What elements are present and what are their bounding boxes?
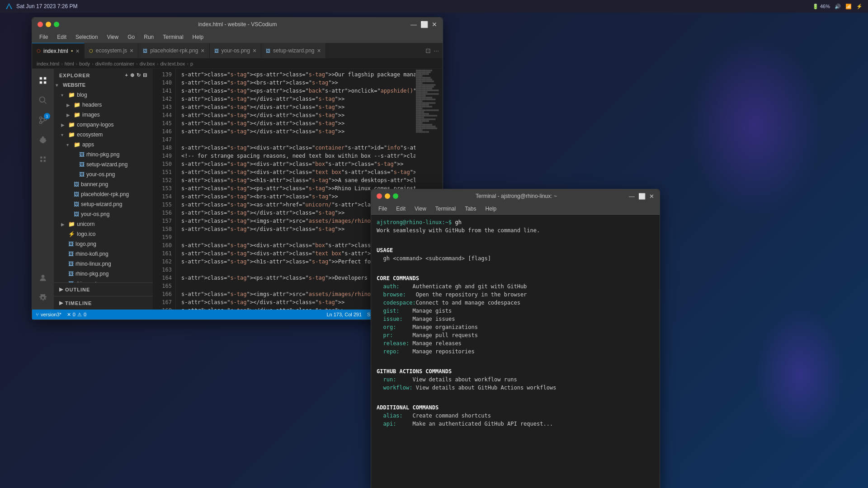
- terminal-close-button[interactable]: [377, 193, 382, 199]
- menu-terminal[interactable]: Terminal: [159, 33, 187, 41]
- file-rhino-pkg-png-1[interactable]: 🖼 rhino-pkg.png: [54, 150, 153, 160]
- statusbar-branch[interactable]: ⑂ version3*: [36, 312, 61, 317]
- your-os-label-2: your-os.png: [81, 211, 153, 217]
- term-menu-view[interactable]: View: [411, 205, 430, 213]
- account-activity-icon[interactable]: [35, 270, 51, 286]
- tab-close-placeholder[interactable]: ×: [201, 47, 204, 54]
- restore-icon[interactable]: ⬜: [420, 21, 428, 28]
- new-folder-icon[interactable]: ⊕: [130, 72, 135, 78]
- breadcrumb-item-1[interactable]: index.html: [37, 61, 59, 66]
- folder-unicorn[interactable]: ▶ 📁 unicorn: [54, 219, 153, 229]
- folder-apps[interactable]: ▾ 📁 apps: [54, 140, 153, 150]
- refresh-icon[interactable]: ↻: [137, 72, 141, 78]
- cursor-position[interactable]: Ln 173, Col 291: [326, 312, 362, 317]
- timeline-header[interactable]: ▶ TIMELINE: [54, 298, 153, 308]
- file-logo-ico[interactable]: ⚡ logo.ico: [54, 229, 153, 239]
- term-cmd-label: auth:: [377, 283, 400, 290]
- file-banner-png[interactable]: 🖼 banner.png: [54, 179, 153, 189]
- tab-close-ecosystem[interactable]: ×: [130, 47, 133, 54]
- vscode-tabs: ⬡ index.html ● × ⬡ ecosystem.js × 🖼 plac…: [32, 43, 443, 59]
- breadcrumb-item-4[interactable]: div#info.container: [95, 61, 134, 66]
- img-file-icon-3: 🖼: [266, 48, 270, 53]
- more-tabs-icon[interactable]: ···: [434, 47, 439, 54]
- split-editor-icon[interactable]: ⊡: [425, 47, 431, 54]
- terminal-minimize-button[interactable]: [385, 193, 390, 199]
- folder-blog[interactable]: ▾ 📁 blog: [54, 90, 153, 100]
- breadcrumb-item-3[interactable]: body: [79, 61, 90, 66]
- warning-icon: ⚠: [77, 312, 82, 318]
- breadcrumb-item-5[interactable]: div.box: [140, 61, 155, 66]
- code-line-142: s-attr">class="s-tag"></divs-attr">class…: [181, 95, 415, 103]
- menu-selection[interactable]: Selection: [72, 33, 101, 41]
- term-menu-terminal[interactable]: Terminal: [432, 205, 459, 213]
- file-setup-wizard-png-2[interactable]: 🖼 setup-wizard.png: [54, 199, 153, 209]
- code-line-143: s-attr">class="s-tag"></divs-attr">class…: [181, 103, 415, 111]
- collapse-icon[interactable]: ⊟: [143, 72, 147, 78]
- menu-run[interactable]: Run: [140, 33, 157, 41]
- file-rhino-pkg-png-2[interactable]: 🖼 rhino-pkg.png: [54, 269, 153, 279]
- settings-activity-icon[interactable]: [35, 290, 51, 306]
- file-logo-png[interactable]: 🖼 logo.png: [54, 239, 153, 249]
- git-activity-icon[interactable]: 1: [35, 112, 51, 128]
- file-rhino-linux-png[interactable]: 🖼 rhino-linux.png: [54, 259, 153, 269]
- terminal-line: org: Manage organizations: [377, 323, 654, 331]
- tab-close-index[interactable]: ×: [76, 47, 80, 55]
- terminal-restore-icon[interactable]: ⬜: [638, 193, 646, 200]
- folder-ecosystem[interactable]: ▾ 📁 ecosystem: [54, 130, 153, 140]
- tab-setup-wizard[interactable]: 🖼 setup-wizard.png ×: [261, 43, 326, 58]
- term-cmd-desc: Connect to and manage codespaces: [416, 300, 520, 306]
- breadcrumb-item-7[interactable]: p: [190, 61, 193, 66]
- new-file-icon[interactable]: +: [125, 72, 128, 78]
- folder-company-logos[interactable]: ▶ 📁 company-logos: [54, 120, 153, 130]
- minimize-button[interactable]: [46, 22, 51, 27]
- tab-close-setup-wizard[interactable]: ×: [317, 47, 321, 54]
- img-file-icon-logo: 🖼: [68, 241, 74, 247]
- code-line-147: [181, 136, 415, 144]
- tab-your-os[interactable]: 🖼 your-os.png ×: [210, 43, 262, 58]
- file-your-os-png-2[interactable]: 🖼 your-os.png: [54, 209, 153, 219]
- terminal-close-icon[interactable]: ✕: [649, 193, 654, 200]
- terminal-line: CORE COMMANDS: [377, 274, 654, 282]
- file-your-os-png-1[interactable]: 🖼 your-os.png: [54, 169, 153, 179]
- explorer-activity-icon[interactable]: [35, 72, 51, 89]
- tab-ecosystem-js[interactable]: ⬡ ecosystem.js ×: [85, 43, 139, 58]
- code-line-151: s-attr">class="s-tag"><div s-attr">class…: [181, 168, 415, 176]
- term-menu-file[interactable]: File: [375, 205, 391, 213]
- rhino-linux-label: rhino-linux.png: [75, 261, 153, 267]
- maximize-button[interactable]: [54, 22, 59, 27]
- close-icon[interactable]: ✕: [432, 21, 437, 28]
- tab-close-your-os[interactable]: ×: [253, 47, 256, 54]
- debug-activity-icon[interactable]: [35, 132, 51, 148]
- file-placeholder-rpk-png[interactable]: 🖼 placeholder-rpk.png: [54, 189, 153, 199]
- menu-go[interactable]: Go: [124, 33, 138, 41]
- menu-file[interactable]: File: [36, 33, 52, 41]
- folder-headers[interactable]: ▶ 📁 headers: [54, 100, 153, 110]
- breadcrumb-item-6[interactable]: div.text.box: [160, 61, 185, 66]
- file-setup-wizard-png-1[interactable]: 🖼 setup-wizard.png: [54, 160, 153, 169]
- term-menu-help[interactable]: Help: [482, 205, 500, 213]
- menu-help[interactable]: Help: [189, 33, 208, 41]
- statusbar-errors[interactable]: ✕ 0 ⚠ 0: [67, 312, 86, 318]
- tab-placeholder[interactable]: 🖼 placeholder-rpk.png ×: [138, 43, 209, 58]
- search-activity-icon[interactable]: [35, 92, 51, 108]
- img-file-icon-ph: 🖼: [74, 191, 79, 197]
- close-button[interactable]: [38, 22, 43, 27]
- workspace-header[interactable]: ▾ WEBSITE: [54, 80, 153, 90]
- term-menu-edit[interactable]: Edit: [392, 205, 409, 213]
- menu-view[interactable]: View: [103, 33, 122, 41]
- menu-edit[interactable]: Edit: [53, 33, 70, 41]
- terminal-content[interactable]: ajstrong@rhino-linux:~$ ghWork seamlessl…: [371, 215, 660, 488]
- breadcrumb-item-2[interactable]: html: [65, 61, 74, 66]
- tab-index-html[interactable]: ⬡ index.html ● ×: [32, 43, 85, 58]
- term-menu-tabs[interactable]: Tabs: [461, 205, 480, 213]
- terminal-minimize-icon[interactable]: —: [629, 193, 635, 200]
- file-rhino-kofi-png[interactable]: 🖼 rhino-kofi.png: [54, 249, 153, 259]
- outline-header[interactable]: ▶ OUTLINE: [54, 285, 153, 294]
- file-rhino-setup-png[interactable]: 🖼 rhino-setup.png: [54, 279, 153, 282]
- terminal-maximize-button[interactable]: [393, 193, 398, 199]
- folder-icon-images: 📁: [74, 112, 80, 118]
- minimize-icon[interactable]: —: [410, 21, 417, 28]
- extensions-activity-icon[interactable]: [35, 152, 51, 168]
- folder-images[interactable]: ▶ 📁 images: [54, 110, 153, 120]
- setup-wizard-label-2: setup-wizard.png: [81, 201, 153, 207]
